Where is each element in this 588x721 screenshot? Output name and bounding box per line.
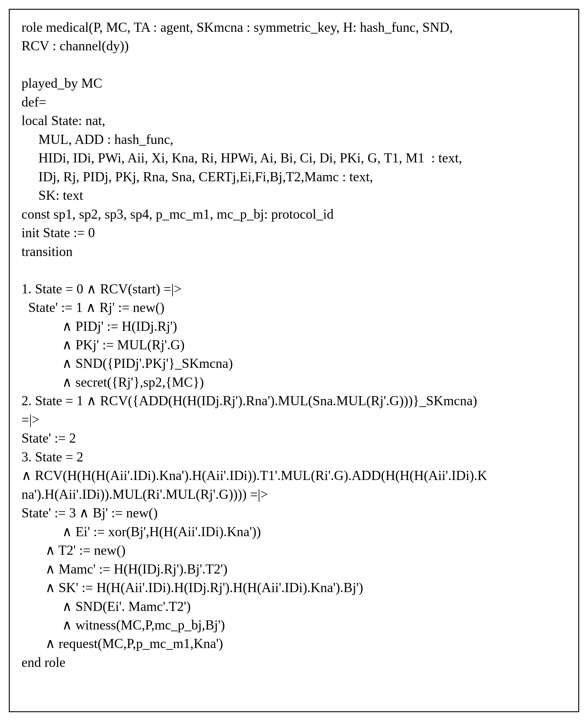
code-line: ∧ SND(Ei'. Mamc'.T2')	[21, 599, 191, 614]
code-line: role medical(P, MC, TA : agent, SKmcna :…	[21, 20, 453, 35]
code-line: IDj, Rj, PIDj, PKj, Rna, Sna, CERTj,Ei,F…	[21, 169, 373, 184]
code-line: end role	[21, 655, 65, 670]
code-line: State' := 3 ∧ Bj' := new()	[21, 505, 158, 520]
code-line: State' := 2	[21, 430, 76, 446]
code-line: def=	[21, 94, 46, 109]
code-line: ∧ request(MC,P,p_mc_m1,Kna')	[21, 636, 223, 651]
code-line: ∧ T2' := new()	[21, 543, 126, 558]
code-line: ∧ SK' := H(H(Aii'.IDi).H(IDj.Rj').H(H(Ai…	[21, 580, 363, 595]
code-line: init State := 0	[21, 225, 95, 240]
code-line: ∧ secret({Rj'},sp2,{MC})	[21, 375, 204, 390]
code-line: 1. State = 0 ∧ RCV(start) =|>	[21, 281, 182, 296]
code-line: ∧ Ei' := xor(Bj',H(H(Aii'.IDi).Kna'))	[21, 524, 261, 539]
code-line: =|>	[21, 412, 39, 427]
code-container: role medical(P, MC, TA : agent, SKmcna :…	[9, 9, 579, 712]
code-line: 2. State = 1 ∧ RCV({ADD(H(H(IDj.Rj').Rna…	[21, 393, 477, 408]
code-line: SK: text	[21, 188, 83, 203]
code-line: played_by MC	[21, 76, 102, 91]
code-line: ∧ RCV(H(H(H(Aii'.IDi).Kna').H(Aii'.IDi))…	[21, 468, 487, 483]
code-line: HIDi, IDi, PWi, Aii, Xi, Kna, Ri, HPWi, …	[21, 150, 462, 165]
code-line: MUL, ADD : hash_func,	[21, 132, 173, 147]
code-line: local State: nat,	[21, 113, 105, 128]
code-line: ∧ witness(MC,P,mc_p_bj,Bj')	[21, 617, 225, 632]
code-line: 3. State = 2	[21, 449, 83, 464]
code-line: ∧ SND({PIDj'.PKj'}_SKmcna)	[21, 356, 233, 371]
code-line: ∧ PKj' := MUL(Rj'.G)	[21, 337, 185, 352]
code-block: role medical(P, MC, TA : agent, SKmcna :…	[21, 18, 567, 672]
code-line: na').H(Aii'.IDi)).MUL(Ri'.MUL(Rj'.G)))) …	[21, 487, 268, 502]
code-line: RCV : channel(dy))	[21, 38, 129, 53]
code-line: const sp1, sp2, sp3, sp4, p_mc_m1, mc_p_…	[21, 207, 334, 221]
code-line: State' := 1 ∧ Rj' := new()	[21, 300, 165, 315]
code-line: transition	[21, 244, 73, 259]
code-line: ∧ PIDj' := H(IDj.Rj')	[21, 319, 177, 334]
code-line: ∧ Mamc' := H(H(IDj.Rj').Bj'.T2')	[21, 561, 228, 576]
